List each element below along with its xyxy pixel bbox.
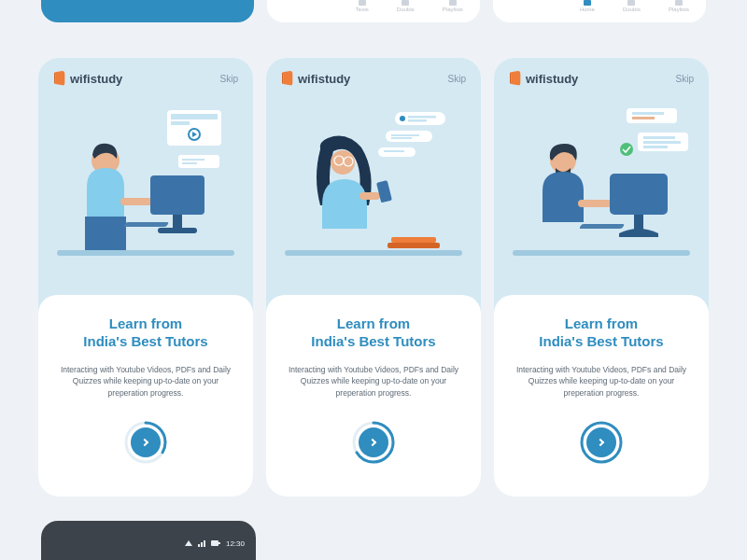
svg-rect-37 bbox=[627, 108, 677, 123]
svg-rect-11 bbox=[150, 175, 204, 215]
illustration-learner-mobile bbox=[266, 93, 481, 295]
book-icon bbox=[509, 71, 522, 86]
title-line-1: Learn from bbox=[109, 315, 182, 333]
svg-rect-23 bbox=[391, 134, 419, 136]
svg-rect-24 bbox=[391, 137, 412, 139]
svg-rect-31 bbox=[376, 180, 392, 203]
description: Interacting with Youtube Videos, PDFs an… bbox=[513, 364, 690, 399]
title-line-2: India's Best Tutors bbox=[83, 333, 207, 351]
svg-rect-48 bbox=[634, 215, 643, 230]
svg-rect-26 bbox=[384, 150, 404, 152]
svg-point-19 bbox=[400, 116, 405, 121]
svg-rect-39 bbox=[632, 117, 655, 119]
svg-rect-53 bbox=[218, 542, 220, 544]
cell-bars-icon bbox=[198, 540, 205, 547]
svg-rect-32 bbox=[391, 237, 436, 243]
svg-rect-9 bbox=[120, 198, 154, 205]
chevron-right-icon bbox=[597, 439, 604, 446]
svg-rect-50 bbox=[513, 250, 690, 256]
brand-logo: wifistudy bbox=[281, 71, 350, 86]
title-line-2: India's Best Tutors bbox=[539, 333, 663, 351]
prev-screen-nav: Tests Doubts Playlists bbox=[267, 0, 480, 22]
svg-rect-7 bbox=[182, 162, 197, 164]
svg-rect-38 bbox=[632, 112, 664, 115]
next-button[interactable] bbox=[579, 420, 624, 465]
brand-name: wifistudy bbox=[526, 72, 578, 86]
svg-rect-30 bbox=[359, 192, 380, 200]
svg-rect-46 bbox=[578, 200, 612, 207]
title-line-2: India's Best Tutors bbox=[311, 333, 435, 351]
brand-logo: wifistudy bbox=[509, 71, 578, 86]
content-card: Learn from India's Best Tutors Interacti… bbox=[494, 295, 709, 497]
prev-screen-fragment bbox=[41, 0, 254, 22]
skip-button[interactable]: Skip bbox=[220, 74, 238, 84]
svg-rect-41 bbox=[643, 136, 675, 139]
onboarding-screen-3: wifistudy Skip bbox=[494, 58, 709, 497]
brand-name: wifistudy bbox=[70, 72, 122, 86]
svg-rect-13 bbox=[158, 228, 197, 233]
prev-screen-nav: Home Doubts Playlists bbox=[493, 0, 706, 22]
onboarding-screen-2: wifistudy Skip bbox=[266, 58, 481, 497]
svg-rect-14 bbox=[123, 222, 169, 227]
svg-rect-34 bbox=[285, 250, 462, 256]
svg-rect-52 bbox=[211, 540, 218, 546]
svg-rect-1 bbox=[171, 114, 218, 119]
svg-rect-15 bbox=[57, 250, 234, 256]
svg-rect-47 bbox=[610, 174, 668, 215]
next-button[interactable] bbox=[123, 420, 168, 465]
skip-button[interactable]: Skip bbox=[448, 74, 466, 84]
next-button[interactable] bbox=[351, 420, 396, 465]
chevron-right-icon bbox=[369, 439, 376, 446]
next-screen-fragment: 12:30 bbox=[41, 521, 256, 560]
svg-rect-5 bbox=[178, 155, 219, 168]
skip-button[interactable]: Skip bbox=[676, 74, 694, 84]
svg-rect-43 bbox=[643, 146, 668, 148]
status-time: 12:30 bbox=[226, 539, 245, 548]
svg-rect-6 bbox=[182, 159, 204, 161]
svg-rect-33 bbox=[388, 243, 440, 248]
svg-rect-12 bbox=[173, 215, 182, 228]
title-line-1: Learn from bbox=[337, 315, 410, 333]
onboarding-screen-1: wifistudy Skip bbox=[38, 58, 253, 497]
svg-rect-20 bbox=[408, 116, 436, 119]
svg-rect-49 bbox=[579, 224, 625, 229]
title-line-1: Learn from bbox=[565, 315, 638, 333]
book-icon bbox=[53, 71, 66, 86]
chevron-right-icon bbox=[141, 439, 148, 446]
battery-icon bbox=[211, 539, 220, 547]
brand-logo: wifistudy bbox=[53, 71, 122, 86]
illustration-learner-desktop bbox=[38, 93, 253, 295]
svg-rect-10 bbox=[85, 217, 126, 254]
signal-icon bbox=[185, 540, 192, 546]
brand-name: wifistudy bbox=[298, 72, 350, 86]
svg-rect-42 bbox=[643, 141, 681, 144]
svg-point-44 bbox=[620, 143, 633, 156]
illustration-learner-workstation bbox=[494, 93, 709, 295]
onboarding-row: wifistudy Skip bbox=[0, 58, 747, 497]
content-card: Learn from India's Best Tutors Interacti… bbox=[266, 295, 481, 497]
description: Interacting with Youtube Videos, PDFs an… bbox=[285, 364, 462, 399]
svg-rect-2 bbox=[171, 121, 190, 125]
svg-rect-21 bbox=[408, 119, 427, 122]
description: Interacting with Youtube Videos, PDFs an… bbox=[57, 364, 234, 399]
book-icon bbox=[281, 71, 294, 86]
top-artifacts: Tests Doubts Playlists Home Doubts Playl… bbox=[0, 0, 747, 47]
content-card: Learn from India's Best Tutors Interacti… bbox=[38, 295, 253, 497]
